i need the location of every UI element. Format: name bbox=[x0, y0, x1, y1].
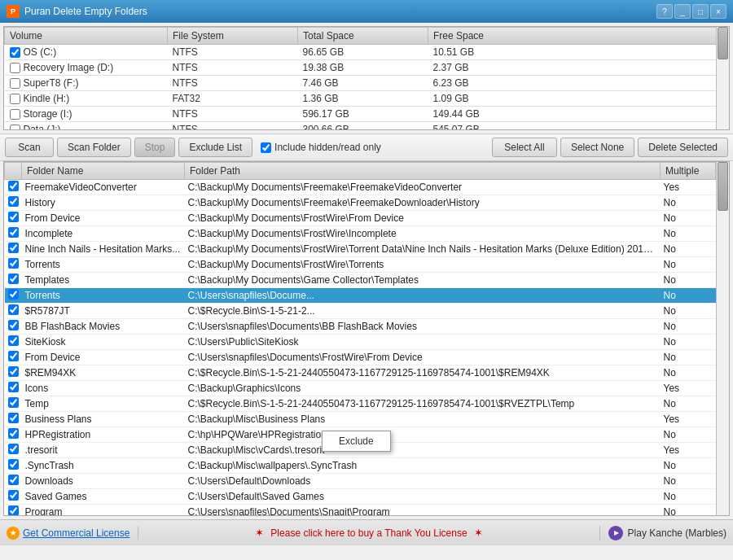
folder-row[interactable]: Downloads C:\Users\Default\Downloads No bbox=[5, 474, 716, 489]
folder-checkbox[interactable] bbox=[8, 227, 19, 238]
folder-row[interactable]: Incomplete C:\Backup\My Documents\FrostW… bbox=[5, 226, 716, 242]
folder-checkbox[interactable] bbox=[8, 382, 19, 392]
folder-checkbox[interactable] bbox=[8, 428, 19, 439]
folder-checkbox[interactable] bbox=[8, 444, 19, 454]
include-hidden-checkbox[interactable] bbox=[261, 142, 271, 153]
play-label[interactable]: Play Kanche (Marbles) bbox=[628, 527, 726, 539]
folder-section: Folder Name Folder Path Multiple Freemak… bbox=[3, 161, 730, 516]
folder-checkbox[interactable] bbox=[8, 351, 19, 361]
folder-row[interactable]: .SyncTrash C:\Backup\Misc\wallpapers\.Sy… bbox=[5, 458, 716, 474]
folder-row[interactable]: $R5787JT C:\$Recycle.Bin\S-1-5-21-2... N… bbox=[5, 304, 716, 319]
commercial-license-area[interactable]: ★ Get Commercial License bbox=[7, 527, 138, 540]
volume-row[interactable]: Kindle (H:) FAT32 1.36 GB 1.09 GB bbox=[5, 91, 729, 107]
folder-checkbox[interactable] bbox=[8, 475, 19, 485]
folder-row[interactable]: Program C:\Users\snapfiles\Documents\Sna… bbox=[5, 505, 716, 516]
folder-checkbox[interactable] bbox=[8, 212, 19, 222]
include-hidden-checkbox-label[interactable]: Include hidden/read only bbox=[256, 142, 386, 153]
folder-checkbox[interactable] bbox=[8, 243, 19, 253]
folder-path-cell: C:\Backup\My Documents\FrostWire\Incompl… bbox=[185, 226, 661, 242]
folder-row[interactable]: Nine Inch Nails - Hesitation Marks... C:… bbox=[5, 242, 716, 257]
volume-free: 6.23 GB bbox=[428, 76, 729, 91]
folder-path-cell: C:\Backup\My Documents\FrostWire\Torrent… bbox=[185, 257, 661, 273]
volume-fs: FAT32 bbox=[168, 91, 298, 107]
folder-path-cell: C:\Backup\Misc\vCards\.tresorit bbox=[185, 443, 661, 458]
folder-name-cell: Saved Games bbox=[22, 489, 185, 505]
maximize-button[interactable]: □ bbox=[692, 4, 709, 19]
folder-checkbox[interactable] bbox=[8, 397, 19, 408]
folder-checkbox[interactable] bbox=[8, 304, 19, 315]
folder-row[interactable]: $REM94XK C:\$Recycle.Bin\S-1-5-21-244055… bbox=[5, 365, 716, 381]
exclude-list-button[interactable]: Exclude List bbox=[178, 138, 252, 157]
folder-checkbox[interactable] bbox=[8, 320, 19, 330]
volume-total: 96.65 GB bbox=[298, 45, 428, 60]
volume-checkbox[interactable] bbox=[10, 78, 20, 89]
folder-path-cell: C:\Backup\Misc\Business Plans bbox=[185, 412, 661, 427]
folder-row[interactable]: Torrents C:\Backup\My Documents\FrostWir… bbox=[5, 257, 716, 273]
minimize-button[interactable]: _ bbox=[674, 4, 691, 19]
totalspace-col-header: Total Space bbox=[298, 28, 428, 45]
scan-folder-button[interactable]: Scan Folder bbox=[57, 138, 131, 157]
folder-row[interactable]: Icons C:\Backup\Graphics\Icons Yes bbox=[5, 381, 716, 396]
folder-checkbox[interactable] bbox=[8, 258, 19, 269]
volume-row[interactable]: Data (J:) NTFS 300.66 GB 545.07 GB bbox=[5, 122, 729, 131]
volume-row[interactable]: Storage (I:) NTFS 596.17 GB 149.44 GB bbox=[5, 107, 729, 122]
volume-scrollbar-thumb[interactable] bbox=[718, 27, 728, 59]
volume-row[interactable]: SuperT8 (F:) NTFS 7.46 GB 6.23 GB bbox=[5, 76, 729, 91]
folder-checkbox[interactable] bbox=[8, 490, 19, 501]
folder-checkbox[interactable] bbox=[8, 413, 19, 423]
volume-checkbox[interactable] bbox=[10, 47, 20, 58]
folder-checkbox[interactable] bbox=[8, 181, 19, 191]
folder-row[interactable]: Templates C:\Backup\My Documents\Game Co… bbox=[5, 273, 716, 288]
folder-scrollbar-thumb[interactable] bbox=[718, 162, 728, 211]
volume-row[interactable]: OS (C:) NTFS 96.65 GB 10.51 GB bbox=[5, 45, 729, 60]
stop-button[interactable]: Stop bbox=[134, 138, 176, 157]
folder-path-cell: C:\Users\snapfiles\Documents\BB FlashBac… bbox=[185, 319, 661, 335]
folder-row[interactable]: BB FlashBack Movies C:\Users\snapfiles\D… bbox=[5, 319, 716, 335]
thankyou-label[interactable]: Please click here to buy a Thank You Lic… bbox=[270, 527, 467, 539]
folder-row[interactable]: Business Plans C:\Backup\Misc\Business P… bbox=[5, 412, 716, 427]
folder-scrollbar[interactable] bbox=[716, 162, 729, 515]
commercial-license-label[interactable]: Get Commercial License bbox=[23, 527, 129, 539]
filesystem-col-header: File System bbox=[168, 28, 298, 45]
delete-selected-button[interactable]: Delete Selected bbox=[638, 138, 728, 157]
scan-button[interactable]: Scan bbox=[5, 138, 54, 157]
folder-checkbox[interactable] bbox=[8, 289, 19, 300]
volume-fs: NTFS bbox=[168, 76, 298, 91]
thankyou-area[interactable]: ✶ Please click here to buy a Thank You L… bbox=[138, 527, 599, 539]
volume-checkbox[interactable] bbox=[10, 109, 20, 120]
folder-row[interactable]: Saved Games C:\Users\Default\Saved Games… bbox=[5, 489, 716, 505]
folder-path-cell: C:\Users\Public\SiteKiosk bbox=[185, 335, 661, 350]
folder-multiple-cell: No bbox=[661, 458, 716, 474]
folder-checkbox[interactable] bbox=[8, 335, 19, 346]
volume-row[interactable]: Recovery Image (D:) NTFS 19.38 GB 2.37 G… bbox=[5, 60, 729, 76]
folder-multiple-cell: Yes bbox=[661, 180, 716, 195]
folder-checkbox[interactable] bbox=[8, 366, 19, 377]
folder-name-cell: Nine Inch Nails - Hesitation Marks... bbox=[22, 242, 185, 257]
folder-row[interactable]: From Device C:\Backup\My Documents\Frost… bbox=[5, 211, 716, 226]
folder-checkbox[interactable] bbox=[8, 459, 19, 470]
folder-row[interactable]: From Device C:\Users\snapfiles\Documents… bbox=[5, 350, 716, 365]
folder-checkbox[interactable] bbox=[8, 505, 19, 515]
folder-row[interactable]: FreemakeVideoConverter C:\Backup\My Docu… bbox=[5, 180, 716, 195]
volume-checkbox[interactable] bbox=[10, 94, 20, 104]
close-button[interactable]: × bbox=[710, 4, 726, 19]
folder-row[interactable]: SiteKiosk C:\Users\Public\SiteKiosk No bbox=[5, 335, 716, 350]
select-none-button[interactable]: Select None bbox=[560, 138, 634, 157]
folder-multiple-cell: No bbox=[661, 226, 716, 242]
help-button[interactable]: ? bbox=[656, 4, 673, 19]
volume-scrollbar[interactable] bbox=[716, 27, 729, 129]
volume-fs: NTFS bbox=[168, 122, 298, 131]
context-menu-exclude[interactable]: Exclude bbox=[323, 431, 390, 451]
folder-checkbox[interactable] bbox=[8, 273, 19, 284]
folder-multiple-cell: No bbox=[661, 288, 716, 304]
folder-checkbox[interactable] bbox=[8, 196, 19, 207]
volume-checkbox[interactable] bbox=[10, 63, 20, 73]
select-all-button[interactable]: Select All bbox=[492, 138, 557, 157]
folder-row[interactable]: Temp C:\$Recycle.Bin\S-1-5-21-2440550473… bbox=[5, 396, 716, 412]
play-area[interactable]: Play Kanche (Marbles) bbox=[599, 526, 726, 540]
folder-row[interactable]: Torrents C:\Users\snapfiles\Docume... No bbox=[5, 288, 716, 304]
folder-multiple-cell: No bbox=[661, 319, 716, 335]
folder-row[interactable]: History C:\Backup\My Documents\Freemake\… bbox=[5, 195, 716, 211]
context-menu: Exclude bbox=[322, 431, 391, 452]
volume-checkbox[interactable] bbox=[10, 125, 20, 131]
